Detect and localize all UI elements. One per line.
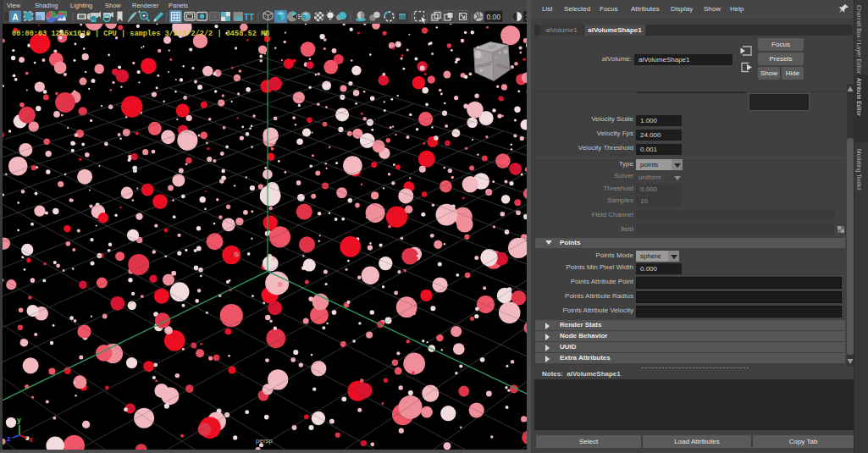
svg-text:00:00:03 1245x1010 | CPU | sa: 00:00:03 1245x1010 | CPU | samples 3/2/2…: [12, 30, 269, 38]
svg-text:y: y: [17, 416, 21, 424]
svg-text:A: A: [12, 13, 18, 22]
svg-text:TT: TT: [244, 13, 254, 22]
svg-text:0.00: 0.00: [486, 13, 500, 21]
svg-text:z: z: [7, 434, 11, 443]
svg-text:persp: persp: [256, 437, 274, 445]
svg-text:x: x: [29, 435, 33, 444]
